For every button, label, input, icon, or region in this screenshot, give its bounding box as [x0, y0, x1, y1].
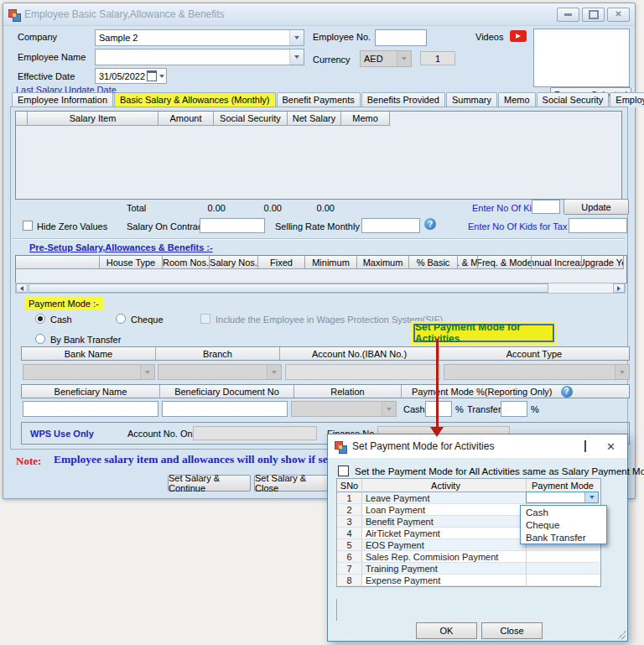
dropdown-option[interactable]: Cash: [521, 506, 606, 518]
horizontal-scrollbar[interactable]: [15, 283, 626, 294]
help-icon[interactable]: ?: [561, 386, 573, 398]
tab[interactable]: Social Security: [537, 92, 610, 107]
presetup-link[interactable]: Pre-Setup Salary,Allowances & Benefits :…: [29, 242, 213, 252]
effective-date-picker[interactable]: 31/05/2022: [95, 68, 167, 84]
kids-tax-input[interactable]: [569, 218, 627, 233]
table-row[interactable]: 6 Sales Rep. Commision Payment: [337, 551, 600, 563]
close-button[interactable]: ✕: [607, 8, 630, 22]
dropdown-option[interactable]: Cheque: [521, 518, 606, 531]
column-header: Branch: [156, 347, 280, 360]
tab[interactable]: Employee Status: [610, 92, 644, 107]
maximize-icon: [589, 10, 599, 19]
selling-rate-input[interactable]: [361, 218, 420, 233]
employee-name-select[interactable]: [95, 49, 304, 65]
kids-input[interactable]: [532, 200, 560, 214]
column-header: Payment Mode: [527, 479, 599, 492]
tab[interactable]: Basic Salary & Allowances (Monthly): [114, 92, 276, 107]
set-salary-close-button[interactable]: Set Salary & Close: [254, 475, 331, 492]
column-header: . & M: [458, 256, 478, 269]
tab[interactable]: Benefits Provided: [361, 92, 445, 107]
presetup-grid-header: House TypeRoom Nos.Salary Nos.FixedMinim…: [16, 256, 626, 269]
cash-percent-input[interactable]: [425, 401, 452, 417]
total-social-security: 0.00: [235, 203, 282, 213]
transfer-percent-input[interactable]: [501, 401, 527, 417]
resize-grip[interactable]: [617, 631, 626, 639]
beneficiary-doc-input[interactable]: [162, 401, 288, 417]
cheque-radio-label[interactable]: Cheque: [131, 315, 164, 325]
currency-label: Currency: [313, 55, 351, 65]
cash-radio[interactable]: [35, 314, 45, 324]
videos-listbox[interactable]: [533, 29, 630, 87]
hide-zero-label: Hide Zero Values: [37, 221, 107, 231]
minimize-icon: [564, 13, 572, 16]
chevron-down-icon: [397, 51, 411, 66]
cheque-radio[interactable]: [116, 314, 126, 324]
column-header: Maximum: [357, 256, 409, 269]
chevron-down-icon: [289, 49, 304, 65]
table-row[interactable]: 8 Expense Payment: [337, 575, 600, 586]
activities-grid-header: SNo Activity Payment Mode: [337, 479, 600, 492]
sif-checkbox: [200, 314, 210, 324]
row-sno: 5: [337, 539, 362, 551]
close-button[interactable]: ✕: [606, 441, 615, 452]
tab[interactable]: Employee Information: [12, 92, 113, 107]
dropdown-option[interactable]: Bank Transfer: [521, 531, 606, 544]
row-payment-mode-cell[interactable]: [527, 551, 599, 563]
scroll-left-icon[interactable]: [16, 283, 28, 293]
set-salary-continue-button[interactable]: Set Salary & Continue: [168, 475, 251, 492]
tab[interactable]: Benefit Payments: [277, 92, 361, 107]
tab[interactable]: Memo: [498, 92, 536, 107]
dialog-close-button[interactable]: Close: [481, 622, 543, 639]
beneficiary-name-input[interactable]: [23, 401, 158, 417]
cash-radio-label[interactable]: Cash: [50, 315, 72, 325]
currency-rate-box: 1: [420, 51, 455, 65]
column-header: Upgrade Ye: [582, 256, 624, 269]
row-payment-mode-cell[interactable]: [527, 575, 599, 586]
maximize-button[interactable]: [582, 8, 605, 22]
hide-zero-checkbox[interactable]: [23, 221, 33, 231]
column-header: Beneficiary Document No: [160, 385, 294, 398]
percent-sign: %: [531, 404, 539, 414]
employee-name-label: Employee Name: [18, 52, 86, 62]
column-header: SNo: [337, 479, 362, 492]
column-header: Social Security: [214, 112, 288, 126]
row-activity: Expense Payment: [362, 575, 527, 586]
presetup-grid[interactable]: House TypeRoom Nos.Salary Nos.FixedMinim…: [15, 255, 627, 283]
branch-select: [158, 364, 282, 380]
table-row[interactable]: 7 Training Payment: [337, 563, 600, 575]
salary-grid[interactable]: Salary ItemAmountSocial SecurityNet Sala…: [15, 111, 622, 200]
effective-date-label: Effective Date: [18, 71, 75, 81]
row-payment-mode-cell[interactable]: [527, 563, 599, 575]
note-label: Note:: [16, 455, 41, 468]
minimize-button[interactable]: [557, 8, 579, 22]
help-icon[interactable]: ?: [424, 218, 436, 230]
column-header: Bank Name: [22, 347, 156, 360]
ok-button[interactable]: OK: [416, 622, 477, 639]
update-button[interactable]: Update: [564, 199, 629, 215]
youtube-icon[interactable]: [510, 30, 527, 42]
scrollbar-thumb[interactable]: [29, 283, 548, 293]
company-select[interactable]: Sample 2: [95, 29, 304, 46]
set-payment-mode-button[interactable]: Set Payment Mode for Activities: [413, 324, 554, 342]
salary-on-contract-input[interactable]: [200, 218, 265, 233]
currency-select[interactable]: AED: [360, 50, 412, 67]
enter-kids-tax-label: Enter No Of Kids for Tax: [468, 221, 567, 231]
column-header: Account No.(IBAN No.): [280, 347, 439, 360]
main-titlebar: Employee Basic Salary,Allowance & Benefi…: [3, 3, 635, 26]
maximize-button[interactable]: [584, 441, 586, 451]
column-header: Salary Item: [28, 112, 158, 126]
account-type-select: [444, 364, 630, 380]
bank-transfer-radio-label[interactable]: By Bank Transfer: [50, 335, 121, 345]
chevron-down-icon: [615, 365, 629, 379]
annotation-arrow: [436, 339, 439, 428]
row-sno: 4: [337, 528, 362, 539]
row-sno: 1: [337, 492, 362, 504]
employee-no-input[interactable]: [375, 29, 427, 46]
column-header: House Type: [100, 256, 163, 269]
row-activity: EOS Payment: [362, 539, 527, 551]
scroll-right-icon[interactable]: [613, 283, 625, 293]
payment-mode-combobox[interactable]: [526, 492, 599, 503]
same-as-salary-checkbox[interactable]: [338, 466, 349, 476]
tab[interactable]: Summary: [446, 92, 497, 107]
bank-transfer-radio[interactable]: [35, 334, 45, 344]
